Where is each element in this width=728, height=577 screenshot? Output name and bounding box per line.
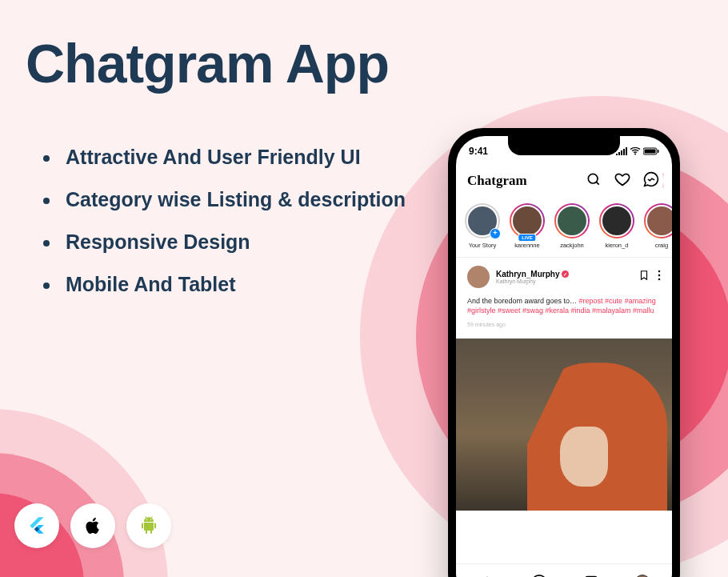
profile-nav-avatar[interactable] <box>634 575 650 578</box>
notification-badge <box>662 173 664 188</box>
android-icon <box>126 503 171 548</box>
feature-item: Mobile And Tablet <box>43 263 406 306</box>
story-item[interactable]: zackjohn <box>554 203 590 249</box>
phone-mockup: 9:41 Chatgram + Your Story LIVE karen <box>448 128 680 577</box>
post-caption: And the boredom award goes to… #repost #… <box>467 296 661 315</box>
post-image[interactable] <box>456 339 672 511</box>
stories-row: + Your Story LIVE karennne zackjohn kier… <box>456 198 672 258</box>
search-icon[interactable] <box>586 171 602 190</box>
status-time: 9:41 <box>469 146 488 157</box>
story-item[interactable]: LIVE karennne <box>509 203 546 249</box>
more-icon[interactable] <box>658 270 661 284</box>
home-icon[interactable] <box>478 574 496 578</box>
verified-badge: ✓ <box>562 270 569 278</box>
svg-point-5 <box>658 274 661 277</box>
apple-icon <box>70 503 115 548</box>
platform-icons <box>14 503 171 548</box>
post-time: 59 minutes ago <box>467 322 661 327</box>
add-story-icon: + <box>490 228 501 239</box>
feature-list: Attractive And User Friendly UI Category… <box>43 136 406 306</box>
svg-point-4 <box>658 270 661 273</box>
feature-item: Category wise Listing & description <box>43 178 406 221</box>
app-header: Chatgram <box>456 166 672 198</box>
messenger-icon[interactable] <box>643 171 661 190</box>
decorative-rings-left <box>0 409 168 577</box>
heart-icon[interactable] <box>614 171 630 190</box>
svg-point-3 <box>588 174 598 183</box>
flutter-icon <box>14 503 59 548</box>
svg-rect-2 <box>658 150 659 153</box>
bottom-nav <box>456 563 672 577</box>
feed-post: Kathryn_Murphy✓ Kathryn Murphy And the b… <box>456 258 672 331</box>
post-avatar[interactable] <box>467 266 490 288</box>
status-signals <box>616 147 659 155</box>
svg-point-6 <box>658 278 661 281</box>
story-your-story[interactable]: + Your Story <box>464 203 501 249</box>
post-username[interactable]: Kathryn_Murphy✓ <box>496 270 632 278</box>
feature-item: Responsive Design <box>43 221 406 263</box>
post-realname: Kathryn Murphy <box>496 278 632 284</box>
story-item[interactable]: kieron_d <box>598 203 635 249</box>
story-item[interactable]: craig <box>643 203 672 249</box>
app-brand: Chatgram <box>467 173 527 189</box>
live-badge: LIVE <box>518 234 536 242</box>
add-icon[interactable] <box>530 574 548 578</box>
svg-rect-1 <box>645 150 656 154</box>
reels-icon[interactable] <box>582 574 600 578</box>
phone-notch <box>508 136 620 155</box>
bookmark-icon[interactable] <box>638 270 650 284</box>
hero-title: Chatgram App <box>26 32 389 94</box>
feature-item: Attractive And User Friendly UI <box>43 136 406 178</box>
